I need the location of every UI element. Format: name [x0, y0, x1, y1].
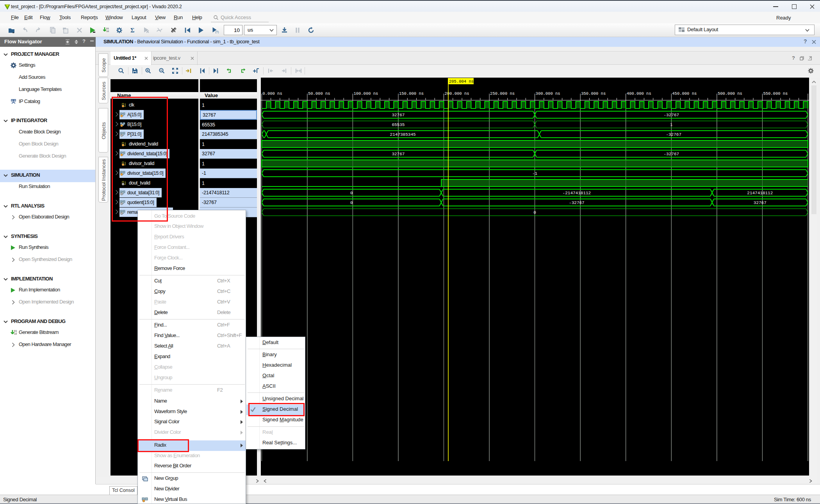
svg-text:400.000 ns: 400.000 ns	[627, 91, 651, 96]
svg-text:450.000 ns: 450.000 ns	[672, 91, 697, 96]
svg-text:0.000 ns: 0.000 ns	[262, 91, 282, 96]
svg-text:01: 01	[106, 27, 109, 30]
svg-text:-32767: -32767	[569, 201, 585, 205]
svg-text:50.000 ns: 50.000 ns	[308, 91, 330, 96]
svg-text:65535: 65535	[392, 122, 405, 127]
svg-text:10: 10	[106, 30, 109, 33]
svg-text:1: 1	[670, 122, 673, 127]
svg-text:32767: 32767	[392, 152, 405, 156]
svg-text:550.000 ns: 550.000 ns	[763, 91, 788, 96]
svg-text:10: 10	[14, 333, 17, 335]
svg-text:-32767: -32767	[663, 113, 679, 117]
svg-text:150.000 ns: 150.000 ns	[399, 91, 424, 96]
svg-text:250.000 ns: 250.000 ns	[490, 91, 515, 96]
svg-text:0: 0	[350, 201, 353, 205]
svg-text:-32767: -32767	[666, 132, 681, 137]
svg-text:100.000 ns: 100.000 ns	[353, 91, 378, 96]
svg-text:2147418112: 2147418112	[747, 191, 773, 195]
svg-text:(T): (T)	[216, 30, 219, 34]
svg-text:350.000 ns: 350.000 ns	[581, 91, 606, 96]
svg-text:-2147418112: -2147418112	[563, 191, 591, 195]
svg-text:0: 0	[350, 191, 353, 195]
svg-text:-32767: -32767	[663, 152, 679, 156]
svg-text:Σ: Σ	[130, 27, 134, 34]
svg-text:500.000 ns: 500.000 ns	[718, 91, 742, 96]
svg-text:32767: 32767	[754, 201, 767, 205]
svg-text:01: 01	[14, 330, 17, 333]
svg-text:205.004 ns: 205.004 ns	[449, 79, 474, 84]
svg-text:32767: 32767	[392, 113, 405, 117]
svg-text:-1: -1	[532, 171, 538, 176]
svg-text:300.000 ns: 300.000 ns	[536, 91, 560, 96]
svg-text:2147385345: 2147385345	[390, 132, 416, 137]
svg-text:0: 0	[533, 210, 536, 215]
